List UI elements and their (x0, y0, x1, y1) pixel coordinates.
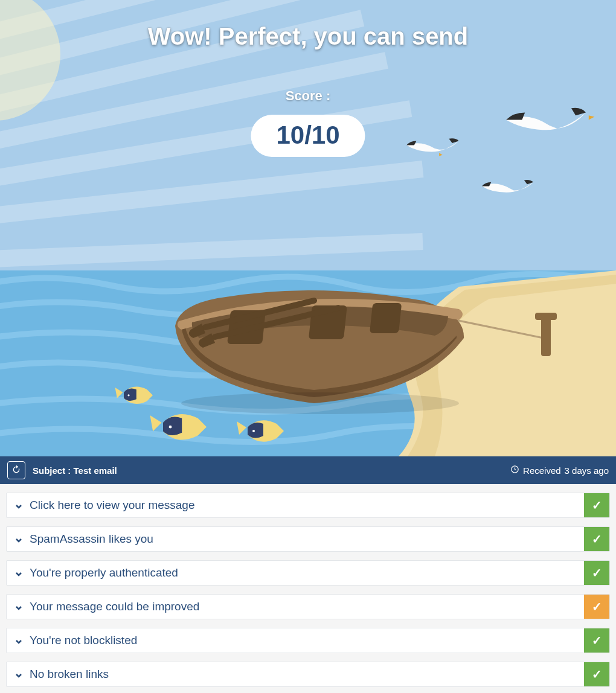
accordion-row-links[interactable]: No broken links ✓ (6, 662, 610, 687)
svg-point-24 (252, 430, 255, 432)
refresh-button[interactable] (7, 461, 25, 479)
accordion-title: You're properly authenticated (30, 566, 178, 580)
check-icon: ✓ (592, 633, 602, 648)
status-badge-ok: ✓ (584, 561, 609, 585)
chevron-down-icon (15, 671, 22, 678)
score-value-pill: 10/10 (251, 115, 365, 157)
received-prefix: Received (523, 465, 561, 476)
results-accordion: Click here to view your message ✓ SpamAs… (0, 484, 616, 689)
svg-point-18 (181, 392, 459, 414)
svg-point-22 (169, 426, 172, 429)
accordion-row-could-improve[interactable]: Your message could be improved ✓ (6, 594, 610, 619)
status-badge-ok: ✓ (584, 628, 609, 653)
status-badge-ok: ✓ (584, 662, 609, 686)
hero-scene-illustration (0, 0, 616, 456)
subject-bar: Subject : Test email Received 3 days ago (0, 456, 616, 484)
received-info: Received 3 days ago (510, 465, 609, 476)
accordion-row-blocklist[interactable]: You're not blocklisted ✓ (6, 628, 610, 653)
chevron-down-icon (15, 637, 22, 644)
accordion-title: Your message could be improved (30, 600, 199, 613)
check-icon: ✓ (592, 566, 602, 580)
svg-rect-15 (370, 303, 402, 333)
status-badge-ok: ✓ (584, 527, 609, 551)
svg-rect-12 (535, 313, 557, 320)
accordion-title: No broken links (30, 668, 109, 681)
received-value: 3 days ago (565, 465, 609, 476)
accordion-row-authenticated[interactable]: You're properly authenticated ✓ (6, 560, 610, 586)
subject-prefix: Subject : (33, 465, 74, 476)
hero-title: Wow! Perfect, you can send (0, 23, 616, 50)
accordion-title: Click here to view your message (30, 499, 195, 512)
chevron-down-icon (15, 569, 22, 576)
accordion-title: SpamAssassin likes you (30, 532, 153, 546)
status-badge-warn: ✓ (584, 595, 609, 619)
refresh-icon (11, 465, 21, 476)
check-icon: ✓ (592, 498, 602, 513)
subject-text: Subject : Test email (33, 465, 117, 476)
check-icon: ✓ (592, 667, 602, 682)
hero-banner: Wow! Perfect, you can send Score : 10/10 (0, 0, 616, 456)
accordion-title: You're not blocklisted (30, 634, 137, 647)
chevron-down-icon (15, 502, 22, 509)
check-icon: ✓ (592, 532, 602, 546)
chevron-down-icon (15, 603, 22, 610)
chevron-down-icon (15, 535, 22, 543)
check-icon: ✓ (592, 599, 602, 614)
accordion-row-spamassassin[interactable]: SpamAssassin likes you ✓ (6, 526, 610, 552)
subject-value: Test email (74, 465, 117, 476)
accordion-row-view-message[interactable]: Click here to view your message ✓ (6, 493, 610, 518)
status-badge-ok: ✓ (584, 493, 609, 517)
svg-rect-11 (541, 315, 551, 356)
svg-point-20 (127, 394, 129, 396)
score-label: Score : (0, 88, 616, 104)
clock-icon (510, 465, 519, 476)
